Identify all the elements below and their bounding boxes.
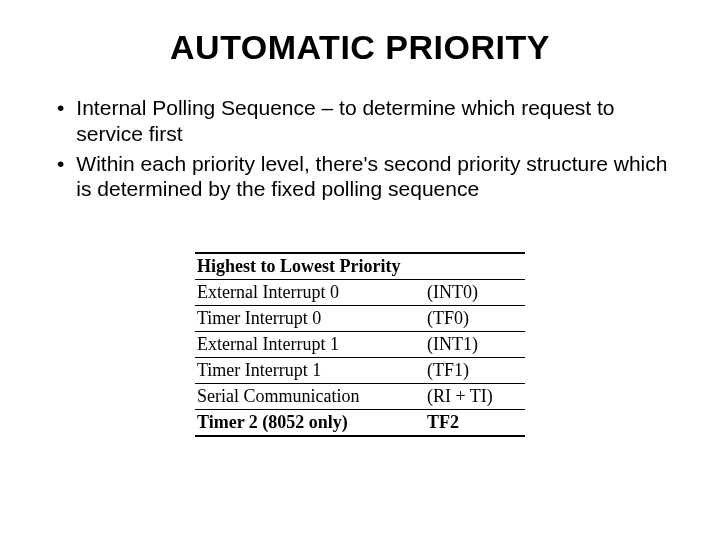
- list-item: • Internal Polling Sequence – to determi…: [57, 95, 685, 147]
- bullet-marker: •: [57, 151, 64, 203]
- list-item: • Within each priority level, there's se…: [57, 151, 685, 203]
- table-row: Timer Interrupt 0 (TF0): [195, 306, 525, 332]
- bullet-text: Internal Polling Sequence – to determine…: [76, 95, 685, 147]
- cell-name: External Interrupt 1: [195, 332, 425, 358]
- table-row: External Interrupt 0 (INT0): [195, 280, 525, 306]
- table-header: Highest to Lowest Priority: [195, 253, 525, 280]
- bullet-text: Within each priority level, there's seco…: [76, 151, 685, 203]
- cell-code: (TF1): [425, 358, 525, 384]
- bullet-marker: •: [57, 95, 64, 147]
- cell-code: (INT1): [425, 332, 525, 358]
- cell-code: (INT0): [425, 280, 525, 306]
- bullet-list: • Internal Polling Sequence – to determi…: [57, 95, 685, 202]
- table-header-row: Highest to Lowest Priority: [195, 253, 525, 280]
- table-row: Serial Communication (RI + TI): [195, 384, 525, 410]
- cell-code: (TF0): [425, 306, 525, 332]
- cell-name: Timer Interrupt 1: [195, 358, 425, 384]
- priority-table: Highest to Lowest Priority External Inte…: [195, 252, 525, 437]
- cell-name: Serial Communication: [195, 384, 425, 410]
- cell-name: Timer Interrupt 0: [195, 306, 425, 332]
- table-row: Timer Interrupt 1 (TF1): [195, 358, 525, 384]
- cell-code: TF2: [425, 410, 525, 437]
- page-title: AUTOMATIC PRIORITY: [35, 28, 685, 67]
- priority-table-wrap: Highest to Lowest Priority External Inte…: [35, 252, 685, 437]
- cell-code: (RI + TI): [425, 384, 525, 410]
- cell-name: External Interrupt 0: [195, 280, 425, 306]
- table-row: Timer 2 (8052 only) TF2: [195, 410, 525, 437]
- table-row: External Interrupt 1 (INT1): [195, 332, 525, 358]
- cell-name: Timer 2 (8052 only): [195, 410, 425, 437]
